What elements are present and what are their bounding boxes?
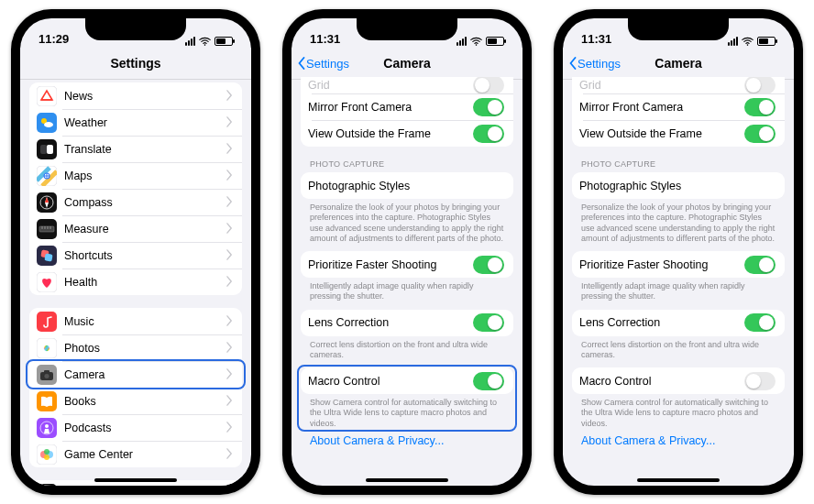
svg-rect-17	[44, 253, 52, 261]
styles-footer: Personalize the look of your photos by b…	[581, 203, 776, 244]
row-label: Music	[64, 315, 226, 328]
row-label: Books	[64, 395, 226, 408]
settings-row-measure[interactable]: Measure	[29, 215, 242, 242]
settings-row-weather[interactable]: Weather	[29, 109, 242, 136]
prioritize-row[interactable]: Prioritize Faster Shooting	[301, 251, 513, 278]
settings-row-maps[interactable]: Maps	[29, 162, 242, 189]
camera-row-grid[interactable]: Grid	[572, 77, 785, 93]
styles-footer: Personalize the look of your photos by b…	[310, 203, 504, 244]
row-label: Mirror Front Camera	[579, 101, 744, 114]
row-label: Weather	[64, 116, 226, 129]
camera-row-mirror[interactable]: Mirror Front Camera	[572, 93, 785, 120]
settings-content[interactable]: News Weather Translate Maps Compass	[20, 77, 251, 486]
camera-row-outside[interactable]: View Outside the Frame	[572, 120, 785, 147]
settings-row-gamecenter[interactable]: Game Center	[29, 441, 242, 467]
lens-toggle[interactable]	[744, 313, 776, 332]
wifi-icon	[199, 37, 211, 46]
photos-icon	[37, 338, 57, 358]
photographic-styles-row[interactable]: Photographic Styles	[301, 172, 513, 199]
prioritize-toggle[interactable]	[744, 256, 776, 274]
nav-bar: Settings Camera	[292, 48, 522, 80]
settings-row-camera[interactable]: Camera	[29, 361, 242, 388]
row-label: Photos	[64, 342, 226, 355]
photo-capture-header: PHOTO CAPTURE	[310, 159, 504, 169]
settings-row-podcasts[interactable]: Podcasts	[29, 414, 242, 441]
lens-row[interactable]: Lens Correction	[301, 310, 513, 336]
settings-row-compass[interactable]: Compass	[29, 189, 242, 215]
settings-row-news[interactable]: News	[29, 82, 242, 109]
lens-row[interactable]: Lens Correction	[572, 310, 785, 336]
chevron-right-icon	[226, 194, 233, 211]
prioritize-row[interactable]: Prioritize Faster Shooting	[572, 251, 785, 278]
row-label: Grid	[308, 79, 473, 92]
home-indicator[interactable]	[94, 478, 177, 482]
settings-row-music[interactable]: Music	[29, 308, 242, 334]
settings-row-photos[interactable]: Photos	[29, 334, 242, 361]
cellular-icon	[728, 37, 738, 46]
lens-footer: Correct lens distortion on the front and…	[581, 340, 776, 361]
row-label: Macro Control	[308, 375, 473, 388]
settings-row-books[interactable]: Books	[29, 388, 242, 414]
macro-group: Macro Control	[572, 367, 785, 394]
page-title: Camera	[383, 56, 430, 71]
camera-row-grid[interactable]: Grid	[301, 77, 513, 93]
grid-toggle[interactable]	[473, 77, 504, 94]
row-label: Photographic Styles	[308, 180, 504, 192]
camera-content[interactable]: Grid Mirror Front Camera View Outside th…	[563, 77, 794, 486]
svg-rect-14	[39, 226, 54, 232]
settings-row-shortcuts[interactable]: Shortcuts	[29, 242, 242, 268]
phone-3: 11:31 Settings Camera Grid Mirror Front …	[554, 9, 803, 495]
home-indicator[interactable]	[637, 478, 720, 482]
chevron-right-icon	[226, 168, 233, 184]
music-icon	[37, 312, 57, 332]
lens-group: Lens Correction	[301, 310, 513, 336]
prioritize-group: Prioritize Faster Shooting	[572, 251, 785, 278]
prioritize-toggle[interactable]	[473, 256, 504, 274]
page-title: Settings	[110, 56, 160, 71]
camera-row-outside[interactable]: View Outside the Frame	[301, 120, 513, 147]
settings-row-translate[interactable]: Translate	[29, 136, 242, 162]
grid-toggle[interactable]	[744, 77, 776, 94]
row-label: Prioritize Faster Shooting	[579, 258, 744, 271]
settings-row-health[interactable]: Health	[29, 268, 242, 295]
lens-toggle[interactable]	[473, 313, 504, 332]
photographic-styles-row[interactable]: Photographic Styles	[572, 172, 785, 199]
chevron-right-icon	[226, 115, 233, 131]
notch	[628, 18, 729, 40]
row-label: Shortcuts	[64, 249, 226, 262]
row-label: Translate	[64, 143, 226, 156]
about-camera-privacy-link[interactable]: About Camera & Privacy...	[581, 434, 715, 447]
composition-group: Grid Mirror Front Camera View Outside th…	[572, 77, 785, 147]
cellular-icon	[185, 37, 195, 46]
camera-row-macro[interactable]: Macro Control	[572, 367, 785, 394]
translate-icon	[37, 139, 57, 159]
mirror-toggle[interactable]	[473, 98, 504, 116]
camera-row-mirror[interactable]: Mirror Front Camera	[301, 93, 513, 120]
macro-footer: Show Camera control for automatically sw…	[310, 398, 504, 429]
back-button[interactable]: Settings	[297, 57, 349, 71]
tvprovider-icon: S	[37, 484, 57, 487]
home-indicator[interactable]	[366, 478, 448, 482]
settings-group-1: Music Photos Camera Books Podcasts	[29, 308, 242, 467]
svg-rect-8	[47, 145, 53, 154]
row-label: Grid	[579, 79, 744, 92]
prioritize-footer: Intelligently adapt image quality when r…	[581, 281, 776, 302]
lens-footer: Correct lens distortion on the front and…	[310, 340, 504, 361]
about-camera-privacy-link[interactable]: About Camera & Privacy...	[310, 434, 444, 447]
notch	[357, 18, 457, 40]
chevron-right-icon	[226, 221, 233, 237]
macro-toggle[interactable]	[473, 372, 504, 390]
row-label: Podcasts	[64, 422, 226, 434]
mirror-toggle[interactable]	[744, 98, 776, 116]
camera-row-macro[interactable]: Macro Control	[301, 367, 513, 394]
outside-toggle[interactable]	[744, 125, 776, 143]
back-label: Settings	[578, 57, 621, 71]
outside-toggle[interactable]	[473, 125, 504, 143]
macro-toggle[interactable]	[744, 372, 776, 390]
battery-icon	[486, 37, 504, 46]
back-button[interactable]: Settings	[568, 57, 621, 71]
page-title: Camera	[654, 56, 701, 71]
shortcuts-icon	[37, 246, 57, 266]
notch	[85, 18, 186, 40]
camera-content[interactable]: Grid Mirror Front Camera View Outside th…	[292, 77, 522, 486]
